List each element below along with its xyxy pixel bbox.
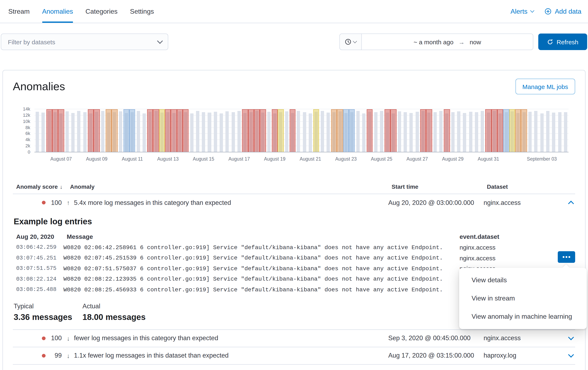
add-data-label: Add data [555, 8, 581, 15]
chart-annotation-major[interactable] [515, 109, 521, 152]
chart-bar [546, 111, 549, 152]
chart-annotation-critical[interactable] [444, 109, 450, 152]
tab-stream[interactable]: Stream [8, 0, 30, 23]
chart-annotation-minor[interactable] [313, 109, 319, 152]
tab-anomalies[interactable]: Anomalies [42, 0, 73, 23]
menu-item-view-in-stream[interactable]: View in stream [459, 289, 587, 308]
chart-bar [136, 111, 140, 152]
chart-annotation-critical[interactable] [260, 109, 266, 152]
dataset-filter-combobox[interactable] [1, 33, 168, 50]
chart-annotation-critical[interactable] [94, 109, 100, 152]
refresh-button[interactable]: Refresh [538, 33, 587, 50]
tab-categories[interactable]: Categories [85, 0, 118, 23]
chart-annotation-major[interactable] [521, 109, 527, 152]
log-timestamp: 03:06:42.259 [13, 244, 63, 250]
chart-annotation-critical[interactable] [248, 109, 254, 152]
chart-annotation-critical[interactable] [242, 109, 248, 152]
anomaly-description: ↓1x fewer log messages in this dataset t… [67, 369, 388, 370]
chart-annotation-major[interactable] [331, 109, 337, 152]
anomaly-table-row[interactable]: 100↑5.4x more log messages in this categ… [13, 194, 575, 211]
column-anomaly-score[interactable]: Anomaly score ↓ [13, 183, 67, 190]
column-anomaly: Anomaly [67, 183, 388, 190]
date-range-start[interactable]: ~ a month ago [414, 38, 453, 45]
chevron-down-icon [530, 9, 534, 13]
anomaly-start-time: Aug 12, 2020 @ 03:15:00.000 [388, 369, 483, 370]
chart-annotation-critical[interactable] [485, 109, 492, 152]
chart-annotation-critical[interactable] [165, 109, 171, 152]
refresh-icon [547, 39, 553, 45]
chart-bar [457, 111, 460, 152]
chart-annotation-critical[interactable] [492, 109, 497, 152]
chart-annotation-minor[interactable] [509, 109, 515, 152]
chart-bar [208, 113, 211, 152]
chart-annotation-minor[interactable] [159, 109, 165, 152]
chart-annotation-critical[interactable] [497, 109, 503, 152]
anomaly-table-row[interactable]: 99↓1.1x fewer log messages in this datas… [13, 347, 575, 364]
anomaly-score: 100 [13, 199, 67, 206]
chart-bar [416, 112, 419, 152]
chart-annotation-critical[interactable] [367, 109, 373, 152]
anomaly-table-row[interactable]: 100↓fewer log messages in this category … [13, 330, 575, 347]
chart-annotation-critical[interactable] [171, 109, 177, 152]
add-data-link[interactable]: Add data [545, 8, 581, 15]
chart-annotation-warning[interactable] [349, 109, 355, 152]
chart-annotation-major[interactable] [106, 109, 112, 152]
typical-label: Typical [13, 302, 82, 310]
chart-annotation-critical[interactable] [46, 109, 52, 152]
quick-select-date-button[interactable] [340, 34, 362, 50]
typical-stat: Typical 3.36 messages [13, 302, 82, 322]
nav-actions: Alerts Add data [511, 0, 581, 23]
chart-annotation-critical[interactable] [153, 109, 159, 152]
log-dataset-column: event.dataset [456, 233, 575, 240]
chart-annotation-critical[interactable] [183, 109, 189, 152]
chart-bar [552, 113, 555, 152]
chart-annotation-critical[interactable] [52, 109, 58, 152]
chart-annotation-warning[interactable] [343, 109, 349, 152]
chart-annotation-critical[interactable] [390, 109, 397, 152]
manage-ml-jobs-button[interactable]: Manage ML jobs [515, 79, 575, 94]
date-range-end[interactable]: now [470, 38, 481, 45]
log-entry-actions-button[interactable] [558, 251, 575, 263]
chart-annotation-critical[interactable] [290, 109, 296, 152]
chart-bar [534, 111, 537, 152]
log-date-column: Aug 20, 2020 [13, 233, 63, 240]
expand-row-button[interactable] [567, 337, 575, 339]
menu-item-view-anomaly-in-machine-learning[interactable]: View anomaly in machine learning [459, 308, 587, 326]
severity-dot-icon [42, 354, 46, 357]
chart-annotation-critical[interactable] [254, 109, 260, 152]
chart-annotation-critical[interactable] [385, 109, 390, 152]
collapse-row-button[interactable] [567, 200, 575, 205]
log-entry-row[interactable]: 03:07:45.251W0820 02:07:45.251539 6 cont… [13, 253, 575, 263]
actual-label: Actual [82, 302, 146, 310]
chart-annotation-warning[interactable] [129, 109, 135, 152]
chart-bar [101, 111, 104, 152]
dataset-filter-input[interactable] [7, 38, 158, 46]
chart-annotation-warning[interactable] [124, 109, 129, 152]
chart-annotation-critical[interactable] [426, 109, 432, 152]
log-entry-row[interactable]: 03:06:42.259W0820 02:06:42.258961 6 cont… [13, 242, 575, 253]
chart-annotation-critical[interactable] [177, 109, 183, 152]
menu-item-view-details[interactable]: View details [459, 271, 587, 289]
chart-bar [469, 112, 472, 152]
x-axis-label: August 29 [442, 156, 464, 161]
chart-annotation-warning[interactable] [503, 109, 509, 152]
chart-bar [71, 113, 74, 152]
chart-annotation-critical[interactable] [272, 109, 278, 152]
x-axis-label: August 23 [335, 156, 357, 161]
chart-annotation-minor[interactable] [278, 109, 284, 152]
chart-annotation-critical[interactable] [420, 109, 426, 152]
anomaly-table-row[interactable]: 99↓1x fewer log messages in this dataset… [13, 364, 575, 370]
alerts-menu-button[interactable]: Alerts [511, 8, 534, 15]
chart-annotation-major[interactable] [111, 109, 117, 152]
tab-settings[interactable]: Settings [130, 0, 154, 23]
chart-bar [362, 113, 366, 152]
chart-annotation-critical[interactable] [58, 109, 64, 152]
anomaly-chart-plot [34, 109, 568, 152]
chart-annotation-critical[interactable] [88, 109, 94, 152]
chart-bar [540, 113, 544, 152]
expand-row-button[interactable] [567, 354, 575, 357]
chart-annotation-critical[interactable] [147, 109, 153, 152]
chart-annotation-major[interactable] [337, 109, 343, 152]
alerts-label: Alerts [511, 8, 527, 15]
chart-bar [65, 111, 69, 152]
